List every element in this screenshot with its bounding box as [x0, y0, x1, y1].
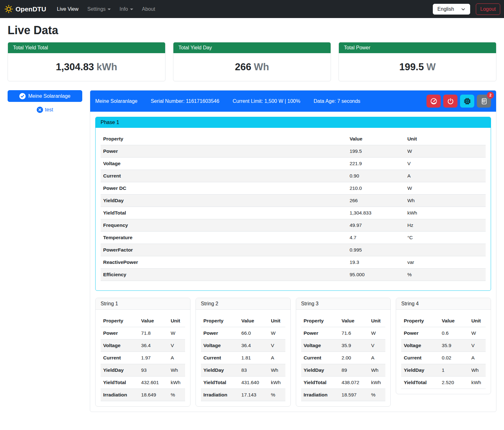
brand[interactable]: OpenDTU — [4, 5, 46, 13]
unit-cell: Wh — [369, 364, 385, 377]
nav-item-info[interactable]: Info — [116, 4, 136, 15]
nav-item-live-view[interactable]: Live View — [54, 4, 82, 15]
value-cell: 2.00 — [339, 352, 369, 364]
inverter-limit: Current Limit: 1,500 W | 100% — [233, 98, 300, 104]
card-value: 266 — [235, 61, 252, 72]
string-card-title: String 3 — [296, 298, 391, 310]
summary-cards-row: Total Yield Total 1,304.83kWh Total Yiel… — [8, 42, 496, 81]
property-cell: Power — [201, 327, 239, 340]
property-cell: Voltage — [401, 340, 439, 352]
value-cell: 17.143 — [239, 389, 268, 401]
check-circle-icon — [19, 93, 26, 99]
table-row: Irradiation17.143% — [201, 389, 285, 401]
table-row: Power71.6W — [301, 327, 386, 340]
value-cell: 35.9 — [339, 340, 369, 352]
value-cell: 71.8 — [139, 327, 168, 340]
inverter-data-age: Data Age: 7 seconds — [314, 98, 360, 104]
string-card: String 3 PropertyValueUnit Power71.6WVol… — [296, 298, 391, 407]
table-row: YieldTotal2.520kWh — [401, 377, 486, 389]
card-unit: W — [426, 61, 436, 72]
string-card-title: String 4 — [396, 298, 491, 310]
table-row: PowerFactor0.995 — [101, 244, 486, 256]
inverter-toolbar: 2 — [426, 95, 491, 108]
nav-links: Live View Settings Info About — [54, 4, 159, 15]
sidebar-item-meine-solaranlage[interactable]: Meine Solaranlage — [8, 90, 82, 102]
unit-cell: W — [369, 327, 385, 340]
unit-cell: W — [469, 327, 486, 340]
column-header-unit: Unit — [405, 133, 486, 145]
column-header-unit: Unit — [168, 315, 185, 327]
value-cell: 36.4 — [239, 340, 268, 352]
journal-icon — [481, 98, 488, 105]
table-row: Irradiation18.649% — [101, 389, 185, 401]
string-table: PropertyValueUnit Power71.8WVoltage36.4V… — [101, 315, 185, 401]
value-cell: 0.6 — [439, 327, 469, 340]
inverter-card-header: Meine Solaranlage Serial Number: 1161716… — [90, 90, 496, 112]
value-cell: 199.5 — [347, 145, 405, 158]
table-row: YieldTotal431.640kWh — [201, 377, 285, 389]
nav-item-settings[interactable]: Settings — [84, 4, 114, 15]
property-cell: Power — [101, 145, 347, 158]
table-row: Power66.0W — [201, 327, 285, 340]
page-title: Live Data — [8, 24, 496, 37]
value-cell: 4.7 — [347, 232, 405, 244]
property-cell: Irradiation — [301, 389, 339, 401]
value-cell: 66.0 — [239, 327, 268, 340]
strings-row: String 1 PropertyValueUnit Power71.8WVol… — [95, 298, 491, 407]
property-cell: YieldDay — [101, 195, 347, 207]
table-row: Irradiation18.597% — [301, 389, 386, 401]
column-header-property: Property — [101, 315, 139, 327]
value-cell: 89 — [339, 364, 369, 377]
power-toggle-button[interactable] — [443, 95, 457, 108]
navbar: OpenDTU Live View Settings Info About — [0, 0, 504, 18]
value-cell: 93 — [139, 364, 168, 377]
table-row: Power71.8W — [101, 327, 185, 340]
logout-button[interactable]: Logout — [476, 3, 500, 15]
unit-cell: Hz — [405, 219, 486, 232]
table-row: YieldTotal1,304.833kWh — [101, 207, 486, 219]
property-cell: Irradiation — [201, 389, 239, 401]
value-cell: 36.4 — [139, 340, 168, 352]
unit-cell: A — [405, 170, 486, 182]
property-cell: Irradiation — [101, 389, 139, 401]
unit-cell: kWh — [369, 377, 385, 389]
event-log-button[interactable]: 2 — [477, 95, 491, 108]
column-header-value: Value — [339, 315, 369, 327]
table-header-row: PropertyValueUnit — [201, 315, 285, 327]
property-cell: PowerFactor — [101, 244, 347, 256]
speedometer-icon — [430, 98, 437, 105]
sidebar-item-test[interactable]: test — [8, 106, 82, 113]
unit-cell: A — [168, 352, 185, 364]
property-cell: YieldDay — [301, 364, 339, 377]
page: OpenDTU Live View Settings Info About — [0, 0, 504, 430]
inverter-sidebar: Meine Solaranlage test — [8, 90, 82, 113]
table-row: Current0.02A — [401, 352, 486, 364]
table-row: Power DC210.0W — [101, 182, 486, 195]
unit-cell: kWh — [168, 377, 185, 389]
table-row: Voltage36.4V — [201, 340, 285, 352]
nav-item-about[interactable]: About — [139, 4, 159, 15]
inverter-serial: Serial Number: 116171603546 — [151, 98, 219, 104]
table-header-row: PropertyValueUnit — [101, 315, 185, 327]
value-cell: 1.97 — [139, 352, 168, 364]
language-select[interactable]: English — [433, 4, 470, 15]
limit-settings-button[interactable] — [426, 95, 441, 108]
unit-cell: W — [168, 327, 185, 340]
value-cell: 71.6 — [339, 327, 369, 340]
sidebar-item-label: test — [45, 107, 53, 113]
device-info-button[interactable] — [460, 95, 474, 108]
property-cell: Power — [301, 327, 339, 340]
unit-cell: A — [469, 352, 486, 364]
table-row: Current1.81A — [201, 352, 285, 364]
unit-cell: V — [268, 340, 285, 352]
value-cell: 2.520 — [439, 377, 469, 389]
property-cell: YieldTotal — [201, 377, 239, 389]
value-cell: 0.02 — [439, 352, 469, 364]
table-row: Power0.6W — [401, 327, 486, 340]
table-row: YieldDay266Wh — [101, 195, 486, 207]
unit-cell: A — [268, 352, 285, 364]
property-cell: YieldDay — [201, 364, 239, 377]
property-cell: YieldTotal — [401, 377, 439, 389]
total-yield-total-card: Total Yield Total 1,304.83kWh — [8, 42, 165, 81]
chevron-down-icon — [130, 9, 133, 10]
